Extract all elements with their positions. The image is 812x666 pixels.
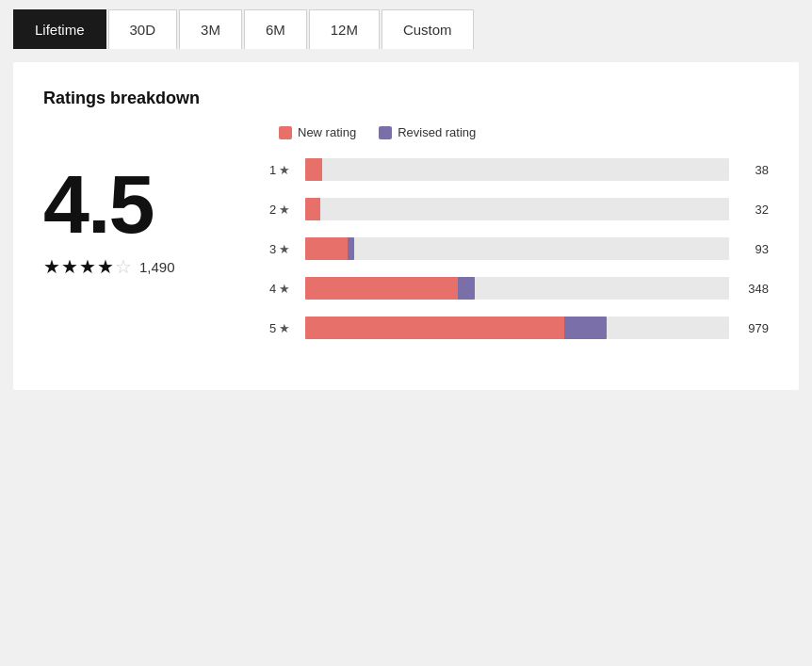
bar-label-5: 5 ★	[269, 321, 305, 335]
star-3: ★	[79, 255, 96, 278]
bar-track-2	[305, 198, 729, 220]
legend-revised-color	[379, 126, 392, 139]
legend-new-rating: New rating	[279, 125, 356, 139]
bar-row-4: 4 ★ 348	[269, 277, 769, 300]
star-4: ★	[97, 255, 114, 278]
bar-label-4: 4 ★	[269, 282, 305, 296]
bar-star-icon-2: ★	[279, 203, 290, 217]
bar-track-3	[305, 237, 729, 260]
tab-30d[interactable]: 30D	[108, 9, 178, 49]
rating-count: 1,490	[139, 259, 175, 275]
bar-row-2: 2 ★ 32	[269, 198, 769, 220]
bar-row-5: 5 ★ 979	[269, 317, 769, 339]
bar-container-2	[305, 198, 729, 220]
legend-revised-rating: Revised rating	[379, 125, 476, 139]
bar-new-3	[305, 237, 348, 260]
star-2: ★	[61, 255, 78, 278]
tab-3m[interactable]: 3M	[179, 9, 242, 49]
bar-container-4	[305, 277, 729, 300]
bar-revised-4	[458, 277, 475, 300]
star-1: ★	[43, 255, 60, 278]
bar-count-2: 32	[729, 203, 769, 217]
bar-star-num-2: 2	[269, 203, 276, 217]
bar-star-num-4: 4	[269, 282, 276, 296]
ratings-card: Ratings breakdown 4.5 ★ ★ ★ ★ ☆ 1,490	[13, 62, 799, 390]
bar-star-num-3: 3	[269, 242, 276, 256]
bar-new-1	[305, 158, 322, 181]
right-panel: New rating Revised rating 1 ★	[251, 125, 769, 356]
section-title: Ratings breakdown	[43, 89, 769, 108]
bar-rows: 1 ★ 38 2 ★	[269, 158, 769, 356]
bar-label-2: 2 ★	[269, 203, 305, 217]
big-rating-value: 4.5	[43, 163, 251, 246]
bar-label-3: 3 ★	[269, 242, 305, 256]
bar-new-5	[305, 317, 564, 339]
content-area: 4.5 ★ ★ ★ ★ ☆ 1,490 New rating	[43, 125, 769, 356]
tab-custom[interactable]: Custom	[382, 9, 474, 49]
tab-bar: Lifetime 30D 3M 6M 12M Custom	[0, 0, 812, 49]
bar-label-1: 1 ★	[269, 163, 305, 177]
stars-row: ★ ★ ★ ★ ☆ 1,490	[43, 255, 251, 278]
left-panel: 4.5 ★ ★ ★ ★ ☆ 1,490	[43, 125, 251, 356]
bar-count-3: 93	[729, 242, 769, 256]
bar-row-3: 3 ★ 93	[269, 237, 769, 260]
star-5: ☆	[115, 255, 132, 278]
tab-lifetime[interactable]: Lifetime	[13, 9, 106, 49]
bar-star-icon-3: ★	[279, 242, 290, 256]
star-display: ★ ★ ★ ★ ☆	[43, 255, 132, 278]
bar-revised-3	[348, 237, 354, 260]
bar-container-3	[305, 237, 729, 260]
bar-star-num-1: 1	[269, 163, 276, 177]
bar-count-1: 38	[729, 163, 769, 177]
bar-star-icon-5: ★	[279, 321, 290, 335]
bar-star-icon-1: ★	[279, 163, 290, 177]
bar-count-5: 979	[729, 321, 769, 335]
legend-new-color	[279, 126, 292, 139]
bar-count-4: 348	[729, 282, 769, 296]
bar-revised-5	[564, 317, 607, 339]
legend-revised-label: Revised rating	[398, 125, 476, 139]
bar-container-1	[305, 158, 729, 181]
bar-star-num-5: 5	[269, 321, 276, 335]
bar-new-4	[305, 277, 458, 300]
bar-star-icon-4: ★	[279, 282, 290, 296]
bar-new-2	[305, 198, 320, 220]
legend-new-label: New rating	[298, 125, 356, 139]
legend: New rating Revised rating	[279, 125, 769, 139]
bar-container-5	[305, 317, 729, 339]
tab-6m[interactable]: 6M	[244, 9, 307, 49]
bar-row-1: 1 ★ 38	[269, 158, 769, 181]
bar-track-1	[305, 158, 729, 181]
tab-12m[interactable]: 12M	[309, 9, 380, 49]
